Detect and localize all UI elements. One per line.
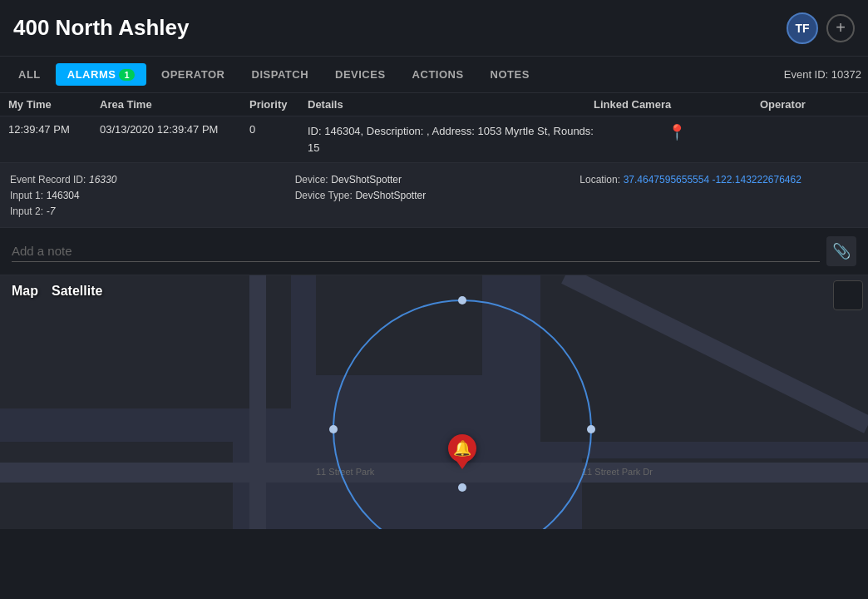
svg-point-12 [458,296,466,304]
tab-operator[interactable]: OPERATOR [150,63,236,86]
linked-camera-icon[interactable]: 📍 [594,123,760,141]
col-operator: Operator [760,98,860,111]
device-field: Device: DevShotSpotter [295,173,574,186]
map-tab-satellite[interactable]: Satellite [52,284,102,299]
bell-icon: 🔔 [453,439,471,458]
field-group-left: Event Record ID: 16330 Input 1: 146304 I… [10,173,289,217]
map-tab-map[interactable]: Map [12,284,38,299]
page-title: 400 North Ashley [13,15,189,41]
map-background: 11 Street Park 11 Street Park Dr Map Sat… [0,275,868,529]
header-actions: TF + [787,12,855,44]
add-button[interactable]: + [826,14,855,42]
note-section: 📎 [0,228,868,275]
event-id: Event ID: 10372 [784,68,861,81]
cell-area-time: 03/13/2020 12:39:47 PM [100,123,249,136]
tab-dispatch[interactable]: DISPATCH [240,63,321,86]
event-details-panel: Event Record ID: 16330 Input 1: 146304 I… [0,163,868,228]
avatar[interactable]: TF [787,12,818,44]
table-row[interactable]: 12:39:47 PM 03/13/2020 12:39:47 PM 0 ID:… [0,116,868,163]
col-priority: Priority [249,98,308,111]
cell-my-time: 12:39:47 PM [8,123,100,136]
field-group-right: Location: 37.4647595655554 -122.14322267… [579,173,858,217]
tabs-bar: ALL ALARMS1 OPERATOR DISPATCH DEVICES AC… [0,57,868,93]
cell-details: ID: 146304, Description: , Address: 1053… [308,123,594,156]
tab-alarms[interactable]: ALARMS1 [56,63,146,86]
svg-text:11 Street Park Dr: 11 Street Park Dr [582,467,653,477]
map-pin: 🔔 [448,434,476,463]
tab-actions[interactable]: ACTIONS [401,63,476,86]
tab-all[interactable]: ALL [7,63,52,86]
location-field: Location: 37.4647595655554 -122.14322267… [579,173,858,186]
device-type-field: Device Type: DevShotSpotter [295,189,574,201]
svg-rect-4 [0,442,233,529]
header: 400 North Ashley TF + [0,0,868,57]
cell-priority: 0 [249,123,308,136]
tab-notes[interactable]: NOTES [479,63,541,86]
input2-field: Input 2: -7 [10,205,289,217]
col-details: Details [308,98,594,111]
svg-rect-3 [540,275,868,442]
note-input[interactable] [12,240,820,262]
svg-point-15 [587,425,595,433]
svg-rect-6 [0,463,868,483]
svg-text:11 Street Park: 11 Street Park [316,467,375,477]
svg-point-14 [458,483,466,492]
map-corner-box [833,280,863,310]
map-section: 11 Street Park 11 Street Park Dr Map Sat… [0,275,868,529]
paperclip-icon: 📎 [832,242,851,260]
col-my-time: My Time [8,98,100,111]
svg-point-13 [329,425,338,433]
svg-rect-8 [249,275,266,529]
svg-rect-2 [316,275,482,375]
table-header: My Time Area Time Priority Details Linke… [0,93,868,116]
tab-devices[interactable]: DEVICES [323,63,397,86]
col-linked-camera: Linked Camera [594,98,760,111]
pin-body: 🔔 [448,434,476,463]
event-record-id: Event Record ID: 16330 [10,173,289,186]
attach-button[interactable]: 📎 [826,236,856,266]
field-group-middle: Device: DevShotSpotter Device Type: DevS… [295,173,574,217]
alarms-badge: 1 [119,69,135,81]
input1-field: Input 1: 146304 [10,189,289,201]
map-svg: 11 Street Park 11 Street Park Dr [0,275,868,529]
col-area-time: Area Time [100,98,249,111]
map-tabs: Map Satellite [12,284,102,299]
